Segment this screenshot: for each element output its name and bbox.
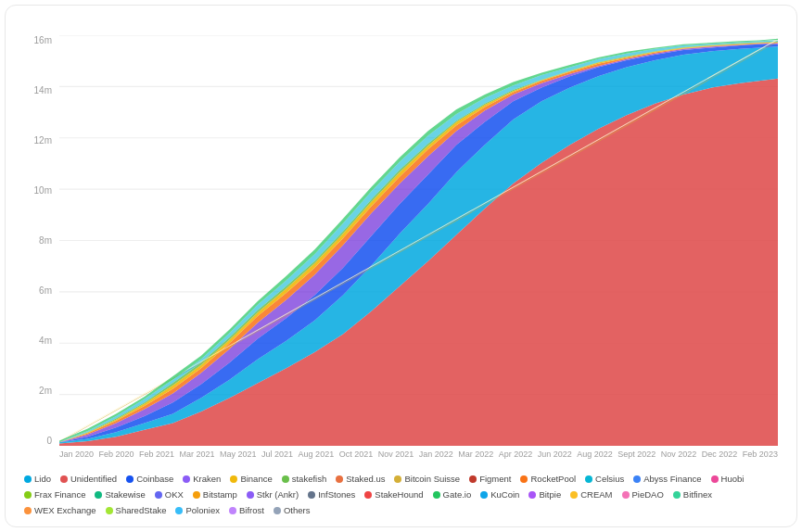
legend-dot xyxy=(469,475,477,483)
x-axis-label: Feb 2020 xyxy=(99,450,134,466)
x-axis-label: Jan 2020 xyxy=(59,450,94,466)
y-axis-label: 16m xyxy=(34,35,52,45)
legend-dot xyxy=(308,491,315,499)
x-axis-label: Jul 2021 xyxy=(261,450,293,466)
legend-dot xyxy=(229,507,236,514)
legend-dot xyxy=(622,491,630,499)
legend-label: Celsius xyxy=(595,474,624,484)
x-axis-label: May 2021 xyxy=(220,450,257,466)
legend-item: Coinbase xyxy=(126,474,173,484)
y-axis-label: 4m xyxy=(39,336,52,346)
legend-item: OKX xyxy=(155,489,184,500)
legend-dot xyxy=(175,507,183,514)
legend-dot xyxy=(364,491,372,499)
x-axis-label: Jan 2022 xyxy=(419,450,453,466)
legend-label: SharedStake xyxy=(116,505,167,515)
legend-label: KuCoin xyxy=(490,489,519,500)
legend-dot xyxy=(126,475,134,483)
legend-label: Bitstamp xyxy=(203,489,237,500)
x-axis-label: Oct 2021 xyxy=(339,450,374,466)
legend-dot xyxy=(155,491,162,499)
legend-label: Figment xyxy=(479,474,511,484)
legend-label: OKX xyxy=(165,489,184,500)
legend-dot xyxy=(711,475,719,483)
x-axis: Jan 2020Feb 2020Feb 2021Mar 2021May 2021… xyxy=(59,446,778,466)
legend-label: Frax Finance xyxy=(34,489,85,500)
x-axis-label: Dec 2022 xyxy=(702,450,738,466)
legend-item: Abyss Finance xyxy=(633,474,701,484)
y-axis-label: 8m xyxy=(39,235,52,246)
legend-item: Binance xyxy=(230,474,272,484)
chart-area: 16m14m12m10m8m6m4m2m0 xyxy=(24,35,778,466)
x-axis-label: Mar 2022 xyxy=(458,450,493,466)
legend-label: PieDAO xyxy=(632,489,664,500)
y-axis-label: 10m xyxy=(34,185,52,196)
legend-dot xyxy=(570,491,578,499)
legend-label: Gate.io xyxy=(443,489,472,500)
legend-item: Staked.us xyxy=(336,474,385,484)
legend-label: WEX Exchange xyxy=(34,505,96,515)
x-axis-label: Feb 2021 xyxy=(139,450,174,466)
legend-dot xyxy=(433,491,440,499)
legend-dot xyxy=(230,475,237,483)
chart-right: Jan 2020Feb 2020Feb 2021Mar 2021May 2021… xyxy=(59,35,778,466)
legend-dot xyxy=(247,491,254,499)
legend-label: CREAM xyxy=(580,489,612,500)
x-axis-label: Aug 2022 xyxy=(577,450,613,466)
legend-dot xyxy=(60,475,68,483)
legend-item: Stkr (Ankr) xyxy=(247,489,299,500)
legend-dot xyxy=(106,507,113,514)
legend-item: Gate.io xyxy=(433,489,472,500)
legend: LidoUnidentifiedCoinbaseKrakenBinancesta… xyxy=(24,474,778,517)
legend-dot xyxy=(282,475,289,483)
legend-label: stakefish xyxy=(292,474,327,484)
legend-label: Binance xyxy=(240,474,272,484)
chart-container: 16m14m12m10m8m6m4m2m0 xyxy=(5,5,797,527)
x-axis-label: Nov 2021 xyxy=(378,450,414,466)
legend-item: KuCoin xyxy=(480,489,519,500)
legend-dot xyxy=(24,507,32,514)
x-axis-label: Feb 2023 xyxy=(743,450,778,466)
legend-label: Poloniex xyxy=(185,505,219,515)
legend-dot xyxy=(520,475,528,483)
legend-item: PieDAO xyxy=(622,489,664,500)
legend-item: Huobi xyxy=(711,474,745,484)
legend-dot xyxy=(394,475,401,483)
x-axis-label: Apr 2022 xyxy=(499,450,533,466)
y-axis-label: 12m xyxy=(34,135,52,146)
legend-dot xyxy=(633,475,641,483)
y-axis-label: 2m xyxy=(39,386,52,396)
legend-dot xyxy=(585,475,592,483)
legend-label: StakeHound xyxy=(375,489,423,500)
y-axis-label: 6m xyxy=(39,285,52,296)
x-axis-label: Sept 2022 xyxy=(617,450,656,466)
legend-dot xyxy=(336,475,343,483)
legend-item: CREAM xyxy=(570,489,612,500)
legend-item: RocketPool xyxy=(520,474,576,484)
legend-dot xyxy=(95,491,102,499)
x-axis-label: Mar 2021 xyxy=(180,450,215,466)
legend-item: Frax Finance xyxy=(24,489,85,500)
legend-item: Poloniex xyxy=(175,505,219,515)
legend-label: Bitfinex xyxy=(683,489,712,500)
legend-item: Others xyxy=(274,505,311,515)
svg-area xyxy=(59,35,778,446)
legend-label: Kraken xyxy=(193,474,221,484)
legend-label: Bitpie xyxy=(539,489,561,500)
legend-item: Bitstamp xyxy=(193,489,237,500)
legend-item: Celsius xyxy=(585,474,624,484)
legend-item: Kraken xyxy=(183,474,221,484)
legend-label: Abyss Finance xyxy=(643,474,701,484)
legend-label: Bitcoin Suisse xyxy=(404,474,460,484)
x-axis-label: Aug 2021 xyxy=(299,450,335,466)
legend-label: Stkr (Ankr) xyxy=(257,489,299,500)
legend-item: Figment xyxy=(469,474,511,484)
x-axis-label: Jun 2022 xyxy=(538,450,572,466)
y-axis-label: 0 xyxy=(46,436,52,446)
legend-item: Bitfinex xyxy=(673,489,712,500)
legend-dot xyxy=(528,491,536,499)
legend-item: stakefish xyxy=(282,474,327,484)
legend-item: SharedStake xyxy=(106,505,167,515)
chart-svg xyxy=(59,35,778,446)
legend-item: Stakewise xyxy=(95,489,145,500)
